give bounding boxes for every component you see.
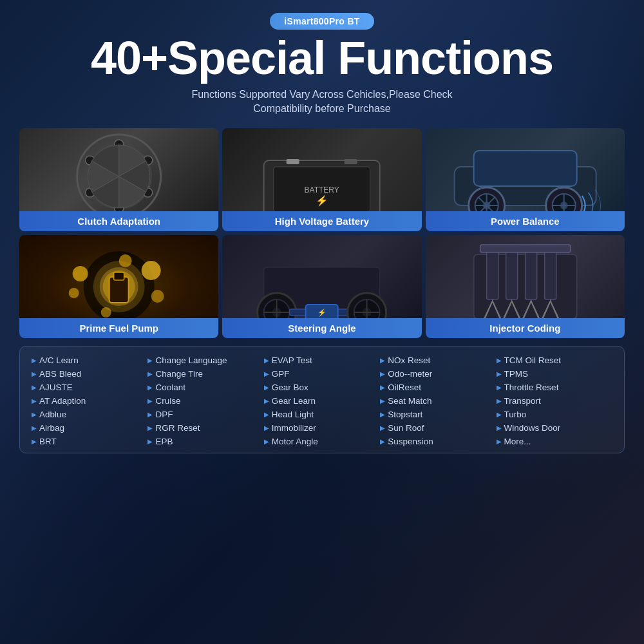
func-arrow-icon: ▶: [380, 397, 385, 404]
func-item: ▶AT Adaption: [32, 396, 147, 406]
func-arrow-icon: ▶: [32, 411, 37, 418]
func-item-label: Adblue: [39, 410, 66, 419]
func-item-label: GPF: [272, 369, 290, 379]
grid-item-fuel: Prime Fuel Pump: [19, 235, 218, 338]
func-item: ▶More...: [497, 437, 612, 446]
func-arrow-icon: ▶: [497, 438, 502, 445]
func-item: ▶Immobilizer: [264, 423, 380, 433]
svg-rect-57: [486, 248, 498, 299]
func-item-label: Turbo: [504, 410, 527, 419]
func-arrow-icon: ▶: [32, 397, 37, 404]
grid-item-steering: ⚡ Steering Angle: [222, 235, 421, 338]
func-item: ▶Adblue: [32, 410, 147, 419]
func-arrow-icon: ▶: [497, 424, 502, 431]
func-item: ▶Cruise: [147, 396, 263, 406]
func-arrow-icon: ▶: [264, 397, 269, 404]
func-arrow-icon: ▶: [497, 411, 502, 418]
func-arrow-icon: ▶: [264, 357, 269, 364]
func-item-label: Coolant: [155, 383, 185, 392]
func-arrow-icon: ▶: [497, 357, 502, 364]
func-item: ▶BRT: [32, 437, 147, 446]
func-item-label: TPMS: [504, 369, 529, 379]
func-item-label: Gear Box: [272, 383, 308, 392]
product-badge: iSmart800Pro BT: [270, 13, 374, 30]
func-item: ▶OilReset: [380, 383, 496, 392]
svg-point-34: [142, 261, 161, 280]
grid-item-power: Power Balance: [426, 128, 625, 231]
func-item: ▶Turbo: [497, 410, 612, 419]
func-arrow-icon: ▶: [497, 370, 502, 377]
func-arrow-icon: ▶: [32, 384, 37, 391]
func-arrow-icon: ▶: [380, 438, 385, 445]
func-item-label: Odo--meter: [388, 369, 432, 379]
fuel-label: Prime Fuel Pump: [19, 318, 218, 338]
func-col-1: ▶A/C Learn▶ABS Bleed▶AJUSTE▶AT Adaption▶…: [32, 355, 147, 446]
clutch-label: Clutch Adaptation: [19, 211, 218, 231]
func-item-label: TCM Oil Reset: [504, 355, 562, 365]
func-item-label: EVAP Test: [272, 355, 312, 365]
func-item: ▶TPMS: [497, 369, 612, 379]
func-item: ▶GPF: [264, 369, 380, 379]
svg-point-33: [69, 288, 79, 298]
svg-rect-41: [114, 272, 124, 280]
func-item-label: Suspension: [388, 437, 433, 446]
svg-rect-12: [345, 159, 357, 164]
func-item-label: Immobilizer: [272, 423, 316, 433]
svg-rect-60: [544, 248, 556, 299]
func-arrow-icon: ▶: [380, 384, 385, 391]
func-item-label: EPB: [155, 437, 173, 446]
func-item-label: Stopstart: [388, 410, 422, 419]
func-arrow-icon: ▶: [32, 357, 37, 364]
func-arrow-icon: ▶: [380, 411, 385, 418]
func-arrow-icon: ▶: [264, 370, 269, 377]
func-arrow-icon: ▶: [147, 384, 153, 391]
func-item: ▶Head Light: [264, 410, 380, 419]
func-item: ▶Odo--meter: [380, 369, 496, 379]
func-item-label: Seat Match: [388, 396, 431, 406]
func-col-2: ▶Change Language▶Change Tire▶Coolant▶Cru…: [147, 355, 263, 446]
func-arrow-icon: ▶: [147, 424, 153, 431]
func-item-label: RGR Reset: [155, 423, 200, 433]
func-item-label: ABS Bleed: [39, 369, 81, 379]
svg-rect-58: [506, 248, 517, 299]
func-item-label: Head Light: [272, 410, 314, 419]
steering-label: Steering Angle: [222, 318, 421, 338]
func-item: ▶Gear Learn: [264, 396, 380, 406]
func-item: ▶Throttle Reset: [497, 383, 612, 392]
func-item-label: Sun Roof: [388, 423, 424, 433]
svg-rect-11: [287, 159, 299, 164]
functions-box: ▶A/C Learn▶ABS Bleed▶AJUSTE▶AT Adaption▶…: [19, 346, 625, 453]
func-arrow-icon: ▶: [264, 424, 269, 431]
func-item: ▶Coolant: [147, 383, 263, 392]
func-col-4: ▶NOx Reset▶Odo--meter▶OilReset▶Seat Matc…: [380, 355, 496, 446]
func-item-label: Change Tire: [155, 369, 203, 379]
svg-rect-40: [109, 277, 129, 303]
func-arrow-icon: ▶: [147, 411, 153, 418]
func-arrow-icon: ▶: [147, 370, 153, 377]
func-arrow-icon: ▶: [32, 438, 37, 445]
grid-item-battery: BATTERY ⚡ High Voltage Battery: [222, 128, 421, 231]
func-item-label: Motor Angle: [272, 437, 318, 446]
func-item: ▶EPB: [147, 437, 263, 446]
func-item-label: OilReset: [388, 383, 421, 392]
func-arrow-icon: ▶: [264, 411, 269, 418]
func-item: ▶RGR Reset: [147, 423, 263, 433]
injector-label: Injector Coding: [426, 318, 625, 338]
func-item: ▶Transport: [497, 396, 612, 406]
func-arrow-icon: ▶: [380, 370, 385, 377]
func-item-label: NOx Reset: [388, 355, 430, 365]
svg-text:⚡: ⚡: [317, 308, 327, 317]
func-arrow-icon: ▶: [32, 424, 37, 431]
func-item: ▶ABS Bleed: [32, 369, 147, 379]
func-item: ▶Seat Match: [380, 396, 496, 406]
func-item-label: Gear Learn: [272, 396, 316, 406]
func-arrow-icon: ▶: [380, 357, 385, 364]
func-arrow-icon: ▶: [264, 384, 269, 391]
func-item: ▶TCM Oil Reset: [497, 355, 612, 365]
func-item-label: DPF: [155, 410, 173, 419]
func-arrow-icon: ▶: [147, 438, 153, 445]
func-arrow-icon: ▶: [380, 424, 385, 431]
func-item: ▶NOx Reset: [380, 355, 496, 365]
func-item-label: Cruise: [155, 396, 180, 406]
power-label: Power Balance: [426, 211, 625, 231]
